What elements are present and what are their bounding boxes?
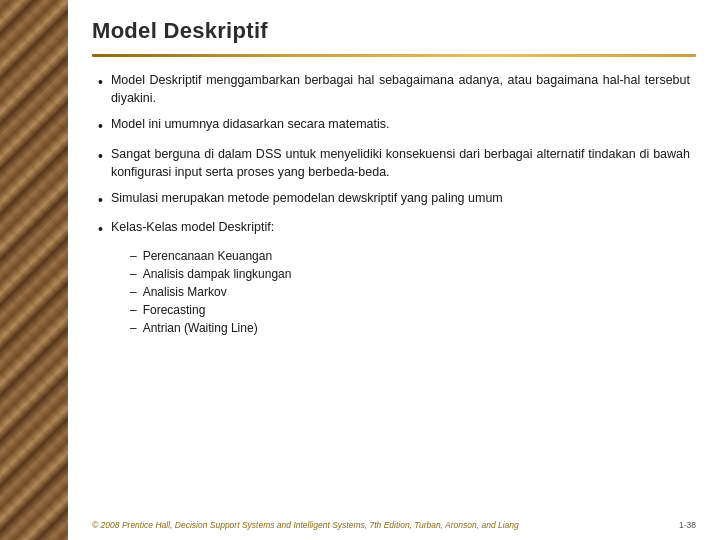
bullet-dot-2: •: [98, 116, 103, 136]
sub-dash-4: –: [130, 301, 137, 319]
sub-item-5: – Antrian (Waiting Line): [130, 319, 690, 337]
bullet-item-2: • Model ini umumnya didasarkan secara ma…: [98, 115, 690, 136]
bullet-dot-4: •: [98, 190, 103, 210]
sub-text-3: Analisis Markov: [143, 283, 227, 301]
bullet-dot-3: •: [98, 146, 103, 166]
sub-text-1: Perencanaan Keuangan: [143, 247, 272, 265]
bullet-text-5: Kelas-Kelas model Deskriptif:: [111, 218, 690, 236]
sub-text-4: Forecasting: [143, 301, 206, 319]
sub-text-2: Analisis dampak lingkungan: [143, 265, 292, 283]
footer-citation: © 2008 Prentice Hall, Decision Support S…: [92, 520, 519, 532]
sub-dash-1: –: [130, 247, 137, 265]
sub-item-3: – Analisis Markov: [130, 283, 690, 301]
bullet-text-4: Simulasi merupakan metode pemodelan dews…: [111, 189, 690, 207]
bullet-text-2: Model ini umumnya didasarkan secara mate…: [111, 115, 690, 133]
bullet-item-1: • Model Deskriptif menggambarkan berbaga…: [98, 71, 690, 107]
sub-dash-5: –: [130, 319, 137, 337]
sub-text-5: Antrian (Waiting Line): [143, 319, 258, 337]
sub-item-2: – Analisis dampak lingkungan: [130, 265, 690, 283]
bullet-text-1: Model Deskriptif menggambarkan berbagai …: [111, 71, 690, 107]
footer-page: 1-38: [679, 520, 696, 532]
footer-section: © 2008 Prentice Hall, Decision Support S…: [68, 514, 720, 540]
decorative-sidebar: [0, 0, 68, 540]
bullet-item-3: • Sangat berguna di dalam DSS untuk meny…: [98, 145, 690, 181]
bullet-item-5: • Kelas-Kelas model Deskriptif:: [98, 218, 690, 239]
slide-title: Model Deskriptif: [92, 18, 696, 44]
sub-list: – Perencanaan Keuangan – Analisis dampak…: [130, 247, 690, 337]
sub-dash-3: –: [130, 283, 137, 301]
sub-item-1: – Perencanaan Keuangan: [130, 247, 690, 265]
sub-dash-2: –: [130, 265, 137, 283]
main-content: Model Deskriptif • Model Deskriptif meng…: [68, 0, 720, 540]
sub-item-4: – Forecasting: [130, 301, 690, 319]
title-section: Model Deskriptif: [68, 0, 720, 54]
bullet-item-4: • Simulasi merupakan metode pemodelan de…: [98, 189, 690, 210]
bullet-dot-5: •: [98, 219, 103, 239]
content-area: • Model Deskriptif menggambarkan berbaga…: [68, 57, 720, 514]
bullet-text-3: Sangat berguna di dalam DSS untuk menyel…: [111, 145, 690, 181]
bullet-dot-1: •: [98, 72, 103, 92]
